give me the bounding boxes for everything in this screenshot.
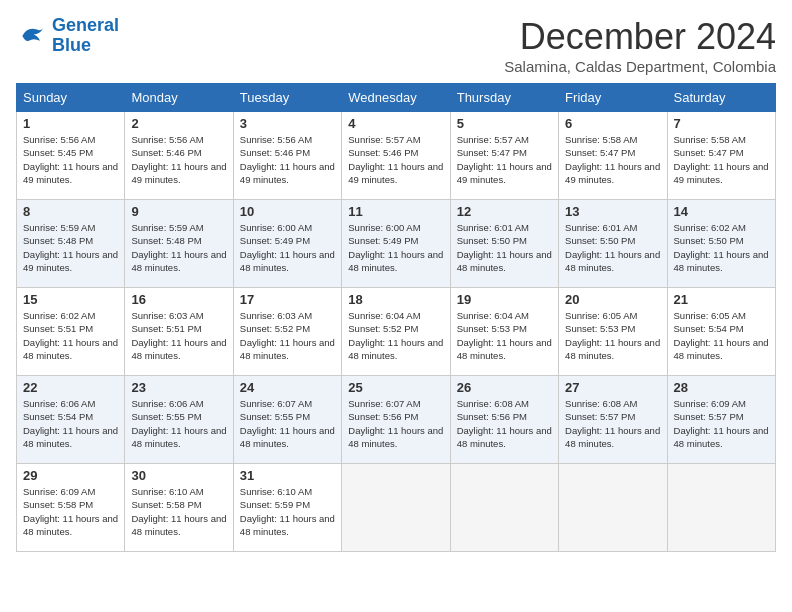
table-row: 25 Sunrise: 6:07 AM Sunset: 5:56 PM Dayl… — [342, 376, 450, 464]
table-row — [342, 464, 450, 552]
day-info: Sunrise: 6:02 AM Sunset: 5:50 PM Dayligh… — [674, 221, 769, 274]
day-info: Sunrise: 6:09 AM Sunset: 5:58 PM Dayligh… — [23, 485, 118, 538]
table-row: 20 Sunrise: 6:05 AM Sunset: 5:53 PM Dayl… — [559, 288, 667, 376]
day-info: Sunrise: 6:07 AM Sunset: 5:55 PM Dayligh… — [240, 397, 335, 450]
day-number: 19 — [457, 292, 552, 307]
day-number: 8 — [23, 204, 118, 219]
header: General Blue December 2024 Salamina, Cal… — [16, 16, 776, 75]
day-info: Sunrise: 6:06 AM Sunset: 5:55 PM Dayligh… — [131, 397, 226, 450]
day-number: 6 — [565, 116, 660, 131]
table-row: 17 Sunrise: 6:03 AM Sunset: 5:52 PM Dayl… — [233, 288, 341, 376]
table-row: 14 Sunrise: 6:02 AM Sunset: 5:50 PM Dayl… — [667, 200, 775, 288]
day-number: 13 — [565, 204, 660, 219]
day-info: Sunrise: 6:10 AM Sunset: 5:59 PM Dayligh… — [240, 485, 335, 538]
day-info: Sunrise: 6:07 AM Sunset: 5:56 PM Dayligh… — [348, 397, 443, 450]
table-row: 24 Sunrise: 6:07 AM Sunset: 5:55 PM Dayl… — [233, 376, 341, 464]
day-number: 24 — [240, 380, 335, 395]
day-info: Sunrise: 5:56 AM Sunset: 5:46 PM Dayligh… — [131, 133, 226, 186]
table-row: 2 Sunrise: 5:56 AM Sunset: 5:46 PM Dayli… — [125, 112, 233, 200]
table-row: 8 Sunrise: 5:59 AM Sunset: 5:48 PM Dayli… — [17, 200, 125, 288]
day-number: 4 — [348, 116, 443, 131]
calendar-week-4: 22 Sunrise: 6:06 AM Sunset: 5:54 PM Dayl… — [17, 376, 776, 464]
col-monday: Monday — [125, 84, 233, 112]
logo-icon — [16, 20, 48, 52]
day-info: Sunrise: 5:56 AM Sunset: 5:46 PM Dayligh… — [240, 133, 335, 186]
day-number: 10 — [240, 204, 335, 219]
day-number: 29 — [23, 468, 118, 483]
day-info: Sunrise: 5:58 AM Sunset: 5:47 PM Dayligh… — [565, 133, 660, 186]
table-row: 9 Sunrise: 5:59 AM Sunset: 5:48 PM Dayli… — [125, 200, 233, 288]
day-info: Sunrise: 6:00 AM Sunset: 5:49 PM Dayligh… — [240, 221, 335, 274]
calendar-week-2: 8 Sunrise: 5:59 AM Sunset: 5:48 PM Dayli… — [17, 200, 776, 288]
calendar-week-3: 15 Sunrise: 6:02 AM Sunset: 5:51 PM Dayl… — [17, 288, 776, 376]
table-row: 13 Sunrise: 6:01 AM Sunset: 5:50 PM Dayl… — [559, 200, 667, 288]
day-info: Sunrise: 5:59 AM Sunset: 5:48 PM Dayligh… — [23, 221, 118, 274]
day-number: 14 — [674, 204, 769, 219]
table-row: 5 Sunrise: 5:57 AM Sunset: 5:47 PM Dayli… — [450, 112, 558, 200]
table-row: 23 Sunrise: 6:06 AM Sunset: 5:55 PM Dayl… — [125, 376, 233, 464]
day-info: Sunrise: 6:06 AM Sunset: 5:54 PM Dayligh… — [23, 397, 118, 450]
day-info: Sunrise: 6:01 AM Sunset: 5:50 PM Dayligh… — [565, 221, 660, 274]
table-row: 10 Sunrise: 6:00 AM Sunset: 5:49 PM Dayl… — [233, 200, 341, 288]
table-row: 31 Sunrise: 6:10 AM Sunset: 5:59 PM Dayl… — [233, 464, 341, 552]
day-number: 17 — [240, 292, 335, 307]
table-row: 27 Sunrise: 6:08 AM Sunset: 5:57 PM Dayl… — [559, 376, 667, 464]
day-info: Sunrise: 6:03 AM Sunset: 5:51 PM Dayligh… — [131, 309, 226, 362]
day-info: Sunrise: 5:59 AM Sunset: 5:48 PM Dayligh… — [131, 221, 226, 274]
month-title: December 2024 — [504, 16, 776, 58]
day-info: Sunrise: 6:03 AM Sunset: 5:52 PM Dayligh… — [240, 309, 335, 362]
day-number: 16 — [131, 292, 226, 307]
day-info: Sunrise: 6:05 AM Sunset: 5:54 PM Dayligh… — [674, 309, 769, 362]
day-info: Sunrise: 6:05 AM Sunset: 5:53 PM Dayligh… — [565, 309, 660, 362]
table-row: 15 Sunrise: 6:02 AM Sunset: 5:51 PM Dayl… — [17, 288, 125, 376]
table-row: 3 Sunrise: 5:56 AM Sunset: 5:46 PM Dayli… — [233, 112, 341, 200]
table-row: 29 Sunrise: 6:09 AM Sunset: 5:58 PM Dayl… — [17, 464, 125, 552]
logo-text: General Blue — [52, 16, 119, 56]
location-title: Salamina, Caldas Department, Colombia — [504, 58, 776, 75]
day-info: Sunrise: 6:02 AM Sunset: 5:51 PM Dayligh… — [23, 309, 118, 362]
col-friday: Friday — [559, 84, 667, 112]
table-row: 1 Sunrise: 5:56 AM Sunset: 5:45 PM Dayli… — [17, 112, 125, 200]
table-row: 21 Sunrise: 6:05 AM Sunset: 5:54 PM Dayl… — [667, 288, 775, 376]
day-number: 20 — [565, 292, 660, 307]
header-row: Sunday Monday Tuesday Wednesday Thursday… — [17, 84, 776, 112]
day-number: 3 — [240, 116, 335, 131]
day-number: 2 — [131, 116, 226, 131]
day-number: 31 — [240, 468, 335, 483]
calendar-week-1: 1 Sunrise: 5:56 AM Sunset: 5:45 PM Dayli… — [17, 112, 776, 200]
day-info: Sunrise: 6:04 AM Sunset: 5:53 PM Dayligh… — [457, 309, 552, 362]
day-info: Sunrise: 6:04 AM Sunset: 5:52 PM Dayligh… — [348, 309, 443, 362]
day-info: Sunrise: 5:56 AM Sunset: 5:45 PM Dayligh… — [23, 133, 118, 186]
table-row: 26 Sunrise: 6:08 AM Sunset: 5:56 PM Dayl… — [450, 376, 558, 464]
col-saturday: Saturday — [667, 84, 775, 112]
day-number: 28 — [674, 380, 769, 395]
day-number: 18 — [348, 292, 443, 307]
col-wednesday: Wednesday — [342, 84, 450, 112]
day-info: Sunrise: 6:08 AM Sunset: 5:57 PM Dayligh… — [565, 397, 660, 450]
table-row: 30 Sunrise: 6:10 AM Sunset: 5:58 PM Dayl… — [125, 464, 233, 552]
day-number: 7 — [674, 116, 769, 131]
day-info: Sunrise: 5:57 AM Sunset: 5:47 PM Dayligh… — [457, 133, 552, 186]
day-number: 25 — [348, 380, 443, 395]
table-row: 11 Sunrise: 6:00 AM Sunset: 5:49 PM Dayl… — [342, 200, 450, 288]
table-row — [667, 464, 775, 552]
day-number: 5 — [457, 116, 552, 131]
day-number: 12 — [457, 204, 552, 219]
day-info: Sunrise: 6:08 AM Sunset: 5:56 PM Dayligh… — [457, 397, 552, 450]
day-number: 11 — [348, 204, 443, 219]
logo: General Blue — [16, 16, 119, 56]
table-row: 7 Sunrise: 5:58 AM Sunset: 5:47 PM Dayli… — [667, 112, 775, 200]
title-section: December 2024 Salamina, Caldas Departmen… — [504, 16, 776, 75]
table-row: 4 Sunrise: 5:57 AM Sunset: 5:46 PM Dayli… — [342, 112, 450, 200]
table-row: 19 Sunrise: 6:04 AM Sunset: 5:53 PM Dayl… — [450, 288, 558, 376]
calendar-table: Sunday Monday Tuesday Wednesday Thursday… — [16, 83, 776, 552]
day-info: Sunrise: 5:58 AM Sunset: 5:47 PM Dayligh… — [674, 133, 769, 186]
table-row: 18 Sunrise: 6:04 AM Sunset: 5:52 PM Dayl… — [342, 288, 450, 376]
calendar-week-5: 29 Sunrise: 6:09 AM Sunset: 5:58 PM Dayl… — [17, 464, 776, 552]
col-sunday: Sunday — [17, 84, 125, 112]
day-number: 26 — [457, 380, 552, 395]
table-row: 6 Sunrise: 5:58 AM Sunset: 5:47 PM Dayli… — [559, 112, 667, 200]
day-number: 27 — [565, 380, 660, 395]
day-info: Sunrise: 5:57 AM Sunset: 5:46 PM Dayligh… — [348, 133, 443, 186]
col-thursday: Thursday — [450, 84, 558, 112]
